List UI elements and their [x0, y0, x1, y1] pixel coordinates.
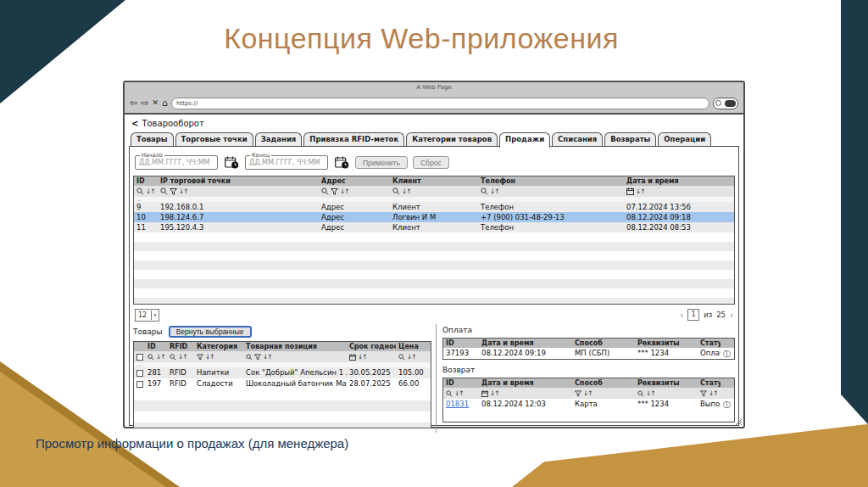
browser-back-icon[interactable]: ⇦ [130, 98, 137, 108]
col-position: Товарная позиция [243, 342, 347, 351]
filter-icon[interactable] [170, 188, 177, 195]
tab-privyazka-rfid[interactable]: Привязка RFID-меток [303, 132, 404, 146]
browser-forward-icon[interactable]: ⇨ [141, 98, 148, 108]
tab-tovary[interactable]: Товары [131, 132, 174, 146]
col-phone: Телефон [478, 176, 624, 186]
detail-area: Товары Вернуть выбранные ID RFID Категор… [133, 324, 735, 433]
search-icon[interactable] [136, 188, 144, 195]
table-row[interactable]: 37193 08.12.2024 09:19 МП (СБП) *** 1234… [443, 348, 734, 359]
sort-icon[interactable]: ↓↑ [454, 390, 464, 397]
back-link[interactable]: <Товарооборот [131, 119, 739, 128]
cell-price: 105.00 [396, 367, 428, 378]
tab-vozvraty[interactable]: Возвраты [604, 132, 656, 146]
filter-icon[interactable] [197, 354, 203, 361]
sort-icon[interactable]: ↓↑ [205, 354, 214, 361]
tab-kategorii[interactable]: Категории товаров [406, 132, 498, 146]
date-end-input[interactable]: Конец ДД.ММ.ГГГГ, ЧЧ:ММ [245, 155, 328, 170]
cell-datetime: 08.12.2024 09:18 [624, 212, 744, 222]
cell-client: Логвин И М [390, 212, 478, 222]
apply-button[interactable]: Применить [355, 156, 408, 169]
tab-prodazhi-active[interactable]: Продажи [499, 132, 550, 148]
browser-content: <Товарооборот Товары Торговые точки Зада… [125, 115, 743, 428]
table-row[interactable]: 197 RFID Сладости Шоколадный батончик Ma… [134, 378, 431, 389]
filter-icon[interactable] [575, 390, 581, 397]
search-icon[interactable] [446, 390, 453, 397]
date-start-input[interactable]: Начало ДД.ММ.ГГГГ, ЧЧ:ММ [135, 155, 218, 170]
search-icon[interactable] [321, 188, 329, 195]
sort-icon[interactable]: ↓↑ [146, 188, 155, 195]
sort-icon[interactable]: ↓↑ [179, 188, 188, 195]
search-icon[interactable] [398, 354, 405, 361]
tab-operatsii[interactable]: Операции [658, 132, 711, 146]
url-input[interactable]: https:// [171, 98, 709, 109]
refund-table-controls: ↓↑ ↓↑ ↓↑ ↓↑ ↓↑ [443, 388, 734, 399]
cell-phone: Телефон [478, 202, 624, 212]
sort-icon[interactable]: ↓↑ [709, 390, 718, 397]
sort-icon[interactable]: ↓↑ [636, 188, 645, 195]
prev-page-icon[interactable]: ‹ [680, 311, 683, 320]
search-icon[interactable] [160, 188, 168, 195]
filter-icon[interactable] [700, 390, 707, 397]
calendar-picker-end-button[interactable] [333, 155, 350, 170]
refund-id-link[interactable]: 01831 [446, 400, 469, 408]
table-row[interactable]: 9 192.168.0.1 Адрес Клиент Телефон 07.12… [134, 202, 734, 212]
calendar-icon[interactable] [349, 354, 356, 361]
browser-search-field[interactable] [713, 98, 738, 109]
sort-icon[interactable]: ↓↑ [407, 354, 416, 361]
cell-address: Адрес [319, 212, 390, 222]
browser-home-icon[interactable]: ⌂ [162, 98, 168, 108]
table-row[interactable]: 11 195.120.4.3 Адрес Клиент Телефон 08.1… [134, 222, 734, 232]
payment-title: Оплата [442, 326, 472, 334]
sort-icon[interactable]: ↓↑ [178, 354, 187, 361]
empty-rows [443, 410, 734, 422]
cell-datetime: 08.12.2024 08:53 [624, 222, 744, 232]
table-row-selected[interactable]: 10 198.124.6.7 Адрес Логвин И М +7 (900)… [134, 212, 734, 222]
reset-button[interactable]: Сброс [413, 156, 449, 169]
sort-icon[interactable]: ↓↑ [583, 390, 593, 397]
page-size-stepper[interactable]: 12 ▾ [135, 309, 159, 322]
col-requisites: Реквизиты [635, 378, 698, 388]
browser-stop-icon[interactable]: ✕ [152, 99, 159, 107]
sales-panel: Начало ДД.ММ.ГГГГ, ЧЧ:ММ Конец ДД.ММ.ГГГ… [129, 146, 739, 426]
table-row[interactable]: 01831 08.12.2024 12:03 Карта *** 1234 Вы… [443, 399, 734, 410]
tab-torgovye-tochki[interactable]: Торговые точки [175, 132, 253, 146]
calendar-icon[interactable] [481, 390, 488, 397]
search-icon[interactable] [637, 390, 644, 397]
row-checkbox[interactable] [136, 381, 143, 388]
filter-icon[interactable] [331, 188, 338, 195]
payment-refund-section: Оплата ID Дата и время Способ Реквизиты … [436, 324, 735, 433]
return-selected-button[interactable]: Вернуть выбранные [169, 326, 252, 338]
sort-icon[interactable]: ↓↑ [340, 188, 349, 195]
sort-icon[interactable]: ↓↑ [263, 354, 272, 361]
search-icon[interactable] [170, 354, 176, 361]
search-icon[interactable] [246, 354, 253, 361]
window-resize-handle[interactable] [734, 417, 743, 426]
filter-icon[interactable] [254, 354, 261, 361]
cell-sum: 171.00 [744, 212, 747, 222]
cell-status: Оплачено [698, 348, 721, 359]
col-id: ID [443, 339, 479, 348]
search-icon[interactable] [147, 354, 154, 361]
search-icon[interactable] [392, 188, 400, 195]
sort-icon[interactable]: ↓↑ [156, 354, 165, 361]
sort-icon[interactable]: ↓↑ [646, 390, 655, 397]
row-checkbox[interactable] [136, 370, 143, 377]
stepper-dropdown-icon[interactable]: ▾ [151, 311, 159, 320]
select-all-checkbox[interactable] [136, 354, 143, 361]
calendar-icon[interactable] [626, 188, 634, 195]
sort-icon[interactable]: ↓↑ [402, 188, 411, 195]
info-icon[interactable]: ⓘ [723, 400, 731, 410]
search-icon[interactable] [481, 188, 488, 195]
sort-icon[interactable]: ↓↑ [490, 390, 499, 397]
next-page-icon[interactable]: › [730, 311, 733, 320]
current-page-box[interactable]: 1 [687, 309, 699, 321]
calendar-picker-start-button[interactable] [223, 155, 240, 170]
table-row[interactable]: 281 RFID Напитки Сок "Добрый" Апельсин 1… [134, 367, 431, 378]
info-icon[interactable]: ⓘ [723, 349, 731, 359]
sort-icon[interactable]: ↓↑ [490, 188, 499, 195]
cell-requisites: *** 1234 [635, 348, 698, 359]
edge-decoration-right [841, 0, 868, 424]
tab-spisaniya[interactable]: Списания [552, 132, 603, 146]
sort-icon[interactable]: ↓↑ [358, 354, 367, 361]
tab-zadaniya[interactable]: Задания [255, 132, 303, 146]
